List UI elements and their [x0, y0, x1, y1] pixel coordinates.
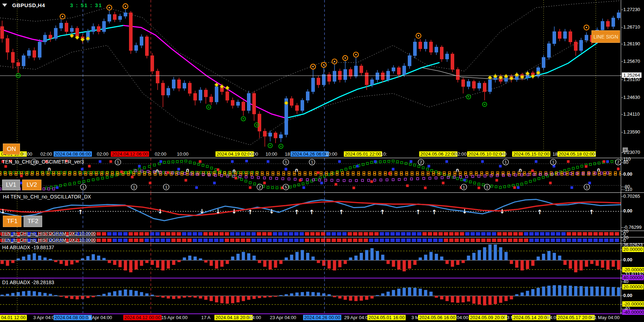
time-axis-label: 2024.05.01 16:00 [367, 315, 406, 320]
svg-text:∩: ∩ [455, 167, 459, 173]
svg-text:↓: ↓ [462, 208, 467, 215]
time-axis-label: 10:00 [264, 151, 278, 157]
d1-abuadx-chart [0, 279, 621, 313]
oscimeter-panel: 1111211211125111∩∩∩∩∩∩∩∩ TEN_to_CHI_no_O… [0, 158, 621, 192]
bottom-time-axis: 04.01 12:003 Apr 04:002024.04.08 00:009 … [0, 315, 644, 321]
svg-text:↓: ↓ [232, 208, 237, 215]
time-axis-label: 2024.05.09 20:00 [469, 315, 507, 320]
time-axis-label: 9 Apr 04:00 [87, 315, 113, 320]
time-axis-label: 04:00 [248, 315, 262, 320]
scale-value-label: 40 [623, 279, 628, 284]
scale-value-label: 20.00000 [622, 284, 644, 290]
scale-value-label: -40.00000 [622, 310, 644, 315]
time-axis-label: 23 Apr 04:00 [269, 315, 297, 320]
time-axis-label: 10:00 [176, 151, 190, 157]
svg-text:↓: ↓ [500, 208, 505, 215]
time-axis-label: 2024.05.10 02:00 [467, 151, 505, 157]
tf1-button[interactable]: TF1 [3, 216, 21, 227]
scale-value-label: 1.24110 [623, 111, 640, 117]
oscillator-chart: ↓↑↓↓↓↓↑↓↑↑↑↑↑↑↓↓↑↑ [0, 193, 621, 230]
svg-text:2: 2 [617, 160, 619, 164]
svg-text:1: 1 [505, 160, 507, 164]
time-axis-label: 21 May 04:00 [590, 315, 621, 320]
scale-value-label: 0.00 [623, 257, 632, 262]
time-axis-label: 17 A [200, 315, 212, 320]
candle-countdown-timer: 3 : 51 : 31 [70, 2, 102, 8]
scale-value-label: 1.24630 [623, 95, 640, 100]
scale-value-label: -110 [623, 187, 632, 192]
svg-text:↑: ↑ [339, 208, 344, 216]
time-axis-label: 2024.05.17 20:00 [556, 315, 595, 320]
time-axis-label: 02:00 [154, 151, 168, 157]
time-axis-label: 10 [500, 151, 507, 157]
svg-text:↑: ↑ [537, 208, 542, 216]
svg-text:↓: ↓ [0, 208, 5, 215]
time-axis-label: 2024.04.26 00:00 [303, 315, 341, 320]
svg-text:1: 1 [82, 185, 84, 189]
svg-text:1: 1 [133, 185, 135, 189]
svg-text:∩: ∩ [294, 167, 298, 173]
svg-text:∩: ∩ [518, 167, 522, 173]
time-axis-label: 2024.05.15 02:00 [512, 151, 550, 157]
histogram-strip2-label: TEN_to_CHI_no_HISTOGRAM_DX2 10.0000 [1, 237, 96, 243]
time-axis-label: 2024.05.14 20:00 [512, 315, 550, 320]
plus-icon[interactable]: + [623, 147, 628, 152]
main-date-axis: 04.01 18:008:0002:002024.04.08 06:0002:0… [0, 151, 621, 158]
main-chart-panel: GBPUSD,H4 3 : 51 : 31 ON LINE SIGN 04.01… [0, 0, 644, 158]
svg-text:↑: ↑ [248, 208, 253, 216]
svg-text:1: 1 [311, 160, 313, 164]
svg-text:1: 1 [463, 185, 465, 189]
oscillator-label: H4 TEN_to_CHI_no_OSCILLATOR_DX [3, 194, 91, 200]
time-axis-label: 15 Apr 04:00 [160, 315, 189, 320]
svg-text:↑: ↑ [432, 208, 437, 216]
time-axis-label: 2024.04.12 00:00 [123, 315, 162, 320]
time-axis-label: 10:00 [325, 151, 338, 157]
on-button[interactable]: ON [3, 144, 20, 155]
time-axis-label: 2024.05.18 02:00 [558, 151, 596, 157]
lv1-button[interactable]: LV1 [2, 180, 20, 190]
time-axis-label: 2024.04.18 20:00 [214, 315, 253, 320]
svg-text:↑: ↑ [309, 208, 314, 216]
symbol-header: GBPUSD,H4 3 : 51 : 31 [2, 2, 102, 8]
line-sign-button[interactable]: LINE SIGN [591, 30, 620, 43]
d1-abuadx-label: D1 ABUADX -28.28183 [2, 280, 54, 285]
h4-abuadx-label: H4 ABUADX -19.88137 [2, 245, 54, 250]
lv2-button[interactable]: LV2 [22, 180, 41, 190]
scale-value-label: 80 [623, 160, 628, 165]
scale-value-label: 1.23590 [623, 129, 640, 135]
time-axis-label: 2024.05.06 22:00 [419, 151, 457, 157]
time-axis-label: 2024.05.06 16:00 [418, 315, 456, 320]
oscillator-panel: ↓↑↓↓↓↓↑↓↑↑↑↑↑↑↓↓↑↑ H4 TEN_to_CHI_no_OSCI… [0, 193, 621, 230]
chart-dropdown-icon[interactable] [2, 4, 7, 7]
time-axis-label: 1 [593, 151, 597, 157]
oscimeter-label: TEN_to_CHI_no_OSCIMETER_ver3 [2, 159, 84, 165]
oscimeter-chart: 1111211211125111∩∩∩∩∩∩∩∩ [0, 158, 621, 192]
svg-text:↓: ↓ [158, 208, 163, 215]
time-axis-label: 2024.04.08 06:00 [54, 151, 92, 157]
svg-text:∩: ∩ [155, 168, 159, 173]
scale-value-label: 1.27230 [623, 7, 640, 12]
svg-text:↑: ↑ [78, 208, 83, 216]
time-axis-label: 04.01 12:00 [0, 315, 27, 320]
time-axis-label: 02:00 [96, 151, 110, 157]
scale-value-label: 20.00000 [622, 247, 644, 252]
svg-text:5: 5 [285, 185, 287, 189]
symbol-timeframe-label: GBPUSD,H4 [12, 2, 45, 8]
svg-text:↑: ↑ [416, 208, 421, 216]
time-axis-label: 02:00 [454, 151, 468, 157]
scale-value-label: 0.00 [623, 293, 632, 298]
time-axis-label: 2:00 [248, 151, 259, 157]
tf2-button[interactable]: TF2 [24, 216, 42, 227]
svg-text:∩: ∩ [47, 166, 51, 172]
svg-text:↑: ↑ [380, 208, 385, 216]
svg-text:↑: ↑ [589, 208, 594, 216]
histogram-strip-2: TEN_to_CHI_no_HISTOGRAM_DX2 10.0000 [0, 237, 621, 243]
histogram-strip-1: TEN_to_CHI_no_HISTOGRAM_DX2 10.0000 [0, 231, 621, 237]
time-axis-label: 02:00 [39, 151, 53, 157]
time-axis-label: 10: [380, 151, 388, 157]
scale-value-label: 0.00 [623, 171, 632, 177]
scale-value-label: 1.26710 [623, 24, 640, 30]
svg-text:∩: ∩ [596, 167, 600, 172]
time-axis-label: 2024.04.08 00:00 [54, 315, 92, 320]
scale-value-label: 1.25670 [623, 59, 640, 64]
